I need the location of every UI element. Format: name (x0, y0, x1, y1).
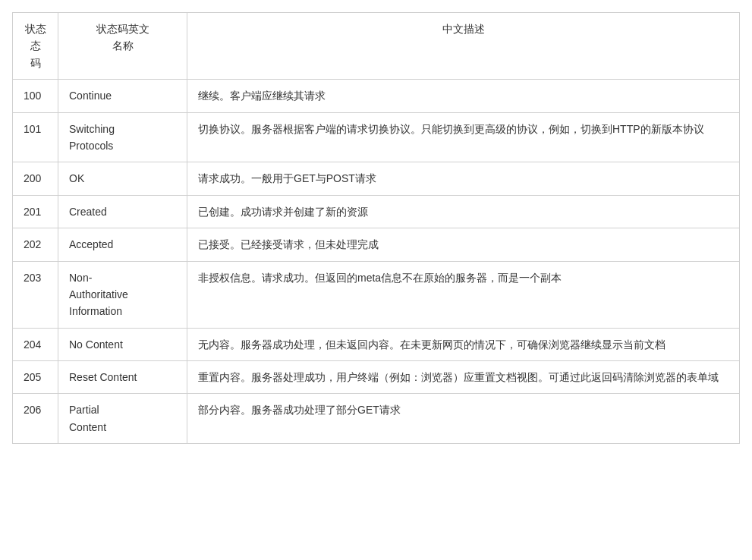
cell-desc: 重置内容。服务器处理成功，用户终端（例如：浏览器）应重置文档视图。可通过此返回码… (187, 361, 740, 394)
cell-desc: 部分内容。服务器成功处理了部分GET请求 (187, 394, 740, 444)
cell-code: 202 (13, 228, 58, 261)
cell-desc: 无内容。服务器成功处理，但未返回内容。在未更新网页的情况下，可确保浏览器继续显示… (187, 328, 740, 360)
cell-code: 201 (13, 195, 58, 228)
cell-name: No Content (58, 328, 187, 360)
table-row: 100Continue继续。客户端应继续其请求 (13, 80, 740, 112)
cell-code: 206 (13, 394, 58, 444)
cell-name: Reset Content (58, 361, 187, 394)
table-header-row: 状态 态 码 状态码英文 名称 中文描述 (13, 13, 740, 80)
table-row: 202Accepted已接受。已经接受请求，但未处理完成 (13, 228, 740, 261)
cell-desc: 切换协议。服务器根据客户端的请求切换协议。只能切换到更高级的协议，例如，切换到H… (187, 112, 740, 162)
table-row: 203Non- Authoritative Information非授权信息。请… (13, 261, 740, 328)
cell-code: 205 (13, 361, 58, 394)
cell-desc: 已创建。成功请求并创建了新的资源 (187, 195, 740, 228)
cell-name: OK (58, 162, 187, 195)
cell-desc: 已接受。已经接受请求，但未处理完成 (187, 228, 740, 261)
cell-name: Non- Authoritative Information (58, 261, 187, 328)
table-row: 205Reset Content重置内容。服务器处理成功，用户终端（例如：浏览器… (13, 361, 740, 394)
cell-code: 200 (13, 162, 58, 195)
http-status-table: 状态 态 码 状态码英文 名称 中文描述 100Continue继续。客户端应继… (12, 12, 740, 444)
header-desc: 中文描述 (187, 13, 740, 80)
cell-desc: 非授权信息。请求成功。但返回的meta信息不在原始的服务器，而是一个副本 (187, 261, 740, 328)
header-code: 状态 态 码 (13, 13, 58, 80)
table-row: 206Partial Content部分内容。服务器成功处理了部分GET请求 (13, 394, 740, 444)
cell-name: Accepted (58, 228, 187, 261)
table-row: 200OK请求成功。一般用于GET与POST请求 (13, 162, 740, 195)
cell-name: Partial Content (58, 394, 187, 444)
table-row: 101Switching Protocols切换协议。服务器根据客户端的请求切换… (13, 112, 740, 162)
header-name: 状态码英文 名称 (58, 13, 187, 80)
cell-desc: 继续。客户端应继续其请求 (187, 80, 740, 112)
cell-code: 100 (13, 80, 58, 112)
cell-name: Continue (58, 80, 187, 112)
cell-code: 203 (13, 261, 58, 328)
table-body: 100Continue继续。客户端应继续其请求101Switching Prot… (13, 80, 740, 444)
cell-name: Created (58, 195, 187, 228)
table-wrapper: 状态 态 码 状态码英文 名称 中文描述 100Continue继续。客户端应继… (0, 0, 752, 456)
table-row: 201Created已创建。成功请求并创建了新的资源 (13, 195, 740, 228)
cell-desc: 请求成功。一般用于GET与POST请求 (187, 162, 740, 195)
cell-name: Switching Protocols (58, 112, 187, 162)
cell-code: 204 (13, 328, 58, 360)
table-row: 204No Content无内容。服务器成功处理，但未返回内容。在未更新网页的情… (13, 328, 740, 360)
cell-code: 101 (13, 112, 58, 162)
